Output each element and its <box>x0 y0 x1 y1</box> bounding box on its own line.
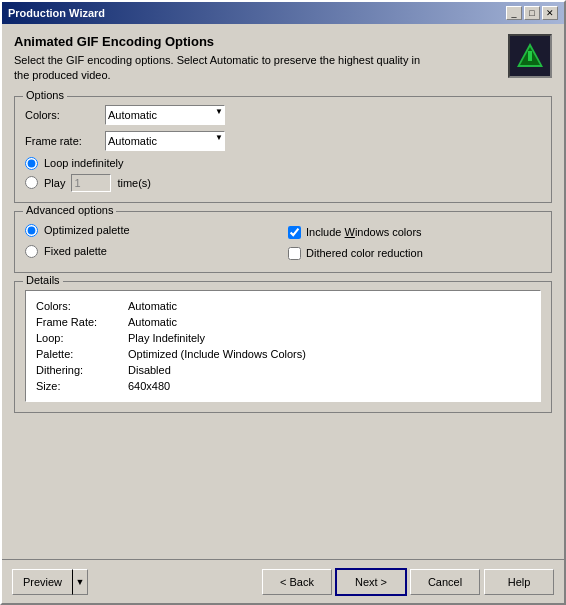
fixed-palette-radio[interactable] <box>25 245 38 258</box>
play-times-radio[interactable] <box>25 176 38 189</box>
minimize-button[interactable]: _ <box>506 6 522 20</box>
options-group: Options Colors: Automatic Frame rate: Au… <box>14 96 552 203</box>
svg-rect-3 <box>528 51 532 54</box>
detail-key: Colors: <box>36 299 126 313</box>
wizard-icon-svg <box>515 41 545 71</box>
frame-rate-label: Frame rate: <box>25 135 105 147</box>
window-title: Production Wizard <box>8 7 105 19</box>
back-button[interactable]: < Back <box>262 569 332 595</box>
play-label: Play <box>44 177 65 189</box>
play-row: Play time(s) <box>25 174 541 192</box>
main-window: Production Wizard _ □ ✕ Animated GIF Enc… <box>0 0 566 605</box>
details-box: Colors:AutomaticFrame Rate:AutomaticLoop… <box>25 290 541 402</box>
optimized-palette-row: Optimized palette <box>25 224 278 237</box>
optimized-palette-radio[interactable] <box>25 224 38 237</box>
include-windows-label: Include Windows colors <box>306 226 422 238</box>
dithered-row: Dithered color reduction <box>288 245 541 262</box>
include-windows-row: Include Windows colors <box>288 224 541 241</box>
dithered-checkbox[interactable] <box>288 247 301 260</box>
main-content: Animated GIF Encoding Options Select the… <box>2 24 564 559</box>
options-group-label: Options <box>23 89 67 101</box>
wizard-icon <box>508 34 552 78</box>
advanced-group-label: Advanced options <box>23 204 116 216</box>
table-row: Size:640x480 <box>36 379 530 393</box>
loop-indefinitely-label: Loop indefinitely <box>44 157 124 169</box>
detail-key: Frame Rate: <box>36 315 126 329</box>
times-label: time(s) <box>117 177 151 189</box>
frame-rate-row: Frame rate: Automatic <box>25 131 541 151</box>
preview-dropdown-button[interactable]: ▼ <box>72 569 88 595</box>
maximize-button[interactable]: □ <box>524 6 540 20</box>
frame-rate-select-wrapper: Automatic <box>105 131 225 151</box>
loop-indefinitely-radio[interactable] <box>25 157 38 170</box>
detail-value: 640x480 <box>128 379 530 393</box>
detail-key: Palette: <box>36 347 126 361</box>
section-description: Select the GIF encoding options. Select … <box>14 53 434 84</box>
colors-select[interactable]: Automatic <box>105 105 225 125</box>
frame-rate-select[interactable]: Automatic <box>105 131 225 151</box>
preview-button[interactable]: Preview <box>12 569 72 595</box>
detail-value: Optimized (Include Windows Colors) <box>128 347 530 361</box>
detail-key: Loop: <box>36 331 126 345</box>
detail-value: Automatic <box>128 315 530 329</box>
colors-row: Colors: Automatic <box>25 105 541 125</box>
detail-key: Dithering: <box>36 363 126 377</box>
advanced-options-group: Advanced options Optimized palette Inclu… <box>14 211 552 273</box>
next-button[interactable]: Next > <box>336 569 406 595</box>
header-section: Animated GIF Encoding Options Select the… <box>14 34 552 88</box>
optimized-palette-label: Optimized palette <box>44 224 130 236</box>
table-row: Palette:Optimized (Include Windows Color… <box>36 347 530 361</box>
details-table: Colors:AutomaticFrame Rate:AutomaticLoop… <box>34 297 532 395</box>
colors-select-wrapper: Automatic <box>105 105 225 125</box>
bottom-bar: Preview ▼ < Back Next > Cancel Help <box>2 559 564 603</box>
loop-row: Loop indefinitely <box>25 157 541 170</box>
table-row: Dithering:Disabled <box>36 363 530 377</box>
detail-value: Play Indefinitely <box>128 331 530 345</box>
advanced-grid: Optimized palette Include Windows colors… <box>25 224 541 262</box>
title-bar: Production Wizard _ □ ✕ <box>2 2 564 24</box>
include-windows-checkbox[interactable] <box>288 226 301 239</box>
cancel-button[interactable]: Cancel <box>410 569 480 595</box>
fixed-palette-label: Fixed palette <box>44 245 107 257</box>
header-text: Animated GIF Encoding Options Select the… <box>14 34 434 84</box>
detail-key: Size: <box>36 379 126 393</box>
help-button[interactable]: Help <box>484 569 554 595</box>
dithered-label: Dithered color reduction <box>306 247 423 259</box>
svg-rect-2 <box>528 53 532 61</box>
details-group: Details Colors:AutomaticFrame Rate:Autom… <box>14 281 552 413</box>
fixed-palette-row: Fixed palette <box>25 245 278 258</box>
detail-value: Disabled <box>128 363 530 377</box>
preview-button-group: Preview ▼ <box>12 569 88 595</box>
close-button[interactable]: ✕ <box>542 6 558 20</box>
window-controls: _ □ ✕ <box>506 6 558 20</box>
table-row: Colors:Automatic <box>36 299 530 313</box>
play-times-input[interactable] <box>71 174 111 192</box>
table-row: Loop:Play Indefinitely <box>36 331 530 345</box>
detail-value: Automatic <box>128 299 530 313</box>
details-group-label: Details <box>23 274 63 286</box>
colors-label: Colors: <box>25 109 105 121</box>
section-title: Animated GIF Encoding Options <box>14 34 434 49</box>
table-row: Frame Rate:Automatic <box>36 315 530 329</box>
